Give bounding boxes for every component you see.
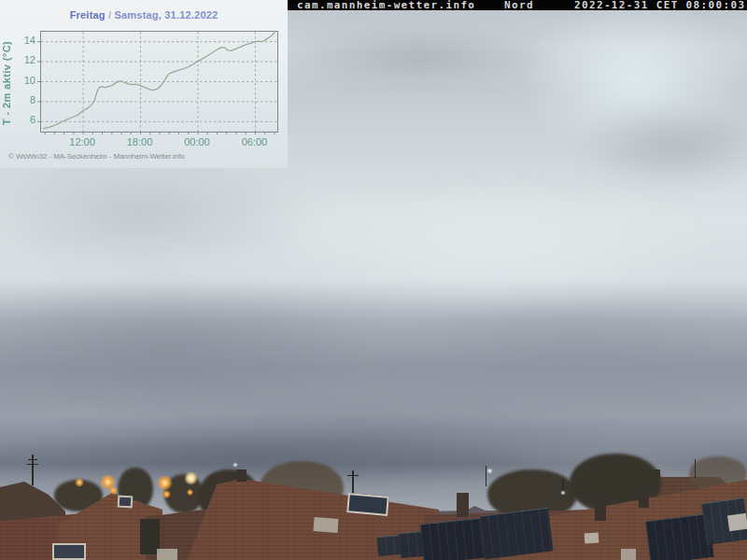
chimney [236,469,247,482]
skylight [621,549,636,560]
solar-panel-array [479,508,553,560]
x-tick-label: 00:00 [176,136,218,147]
temperature-plot [40,31,278,133]
street-light-glow [187,489,193,496]
chimney [639,487,649,508]
skylight [727,513,747,532]
temperature-line [43,31,275,129]
x-tick-label: 12:00 [61,136,104,147]
station-label: cam.mannheim-wetter.info [297,0,475,10]
weather-chart-panel: Freitag / Samstag, 31.12.2022 T - 2m akt… [0,0,288,168]
solar-panel-array [420,518,486,560]
y-tick-label: 12 [11,54,35,65]
street-lamp-glow [560,490,566,496]
timestamp-label: 2022-12-31 CET 08:00:03 [574,0,745,10]
x-tick-label: 06:00 [233,136,275,147]
y-tick-label: 10 [11,75,35,86]
y-tick-label: 8 [11,94,35,105]
webcam-overlay-bar: cam.mannheim-wetter.info Nord 2022-12-31… [288,0,747,10]
chart-title-separator: / [106,9,115,21]
temperature-curve-svg [41,32,277,132]
antenna [695,459,696,478]
antenna-crossbar [28,459,37,460]
skylight [585,532,599,543]
chimney [457,493,469,517]
chimney [595,498,606,521]
antenna-crossbar [347,475,359,476]
street-light-glow [75,478,84,487]
chart-title-date: Samstag, 31.12.2022 [115,9,218,21]
roof-window [118,496,134,509]
roof-window [346,493,389,516]
street-light-glow [109,486,118,495]
street-light-glow [184,471,198,485]
y-tick-label: 14 [11,35,35,46]
chart-title-day: Freitag [70,9,106,21]
street-light-glow [486,468,493,474]
y-tick-label: 6 [11,114,35,125]
chart-credit: © WsWin32 - MA-Seckenheim - Mannheim-Wet… [8,152,185,161]
skylight [157,549,177,560]
street-light-glow [157,475,173,491]
skylight [314,517,339,533]
webcam-page: Freitag / Samstag, 31.12.2022 T - 2m akt… [0,0,747,560]
street-light-glow [162,490,171,498]
street-light-glow [233,462,238,468]
chart-title: Freitag / Samstag, 31.12.2022 [0,9,288,21]
antenna-crossbar [27,464,38,465]
roof-window [52,543,86,560]
x-tick-label: 18:00 [119,136,162,147]
direction-label: Nord [504,0,534,10]
